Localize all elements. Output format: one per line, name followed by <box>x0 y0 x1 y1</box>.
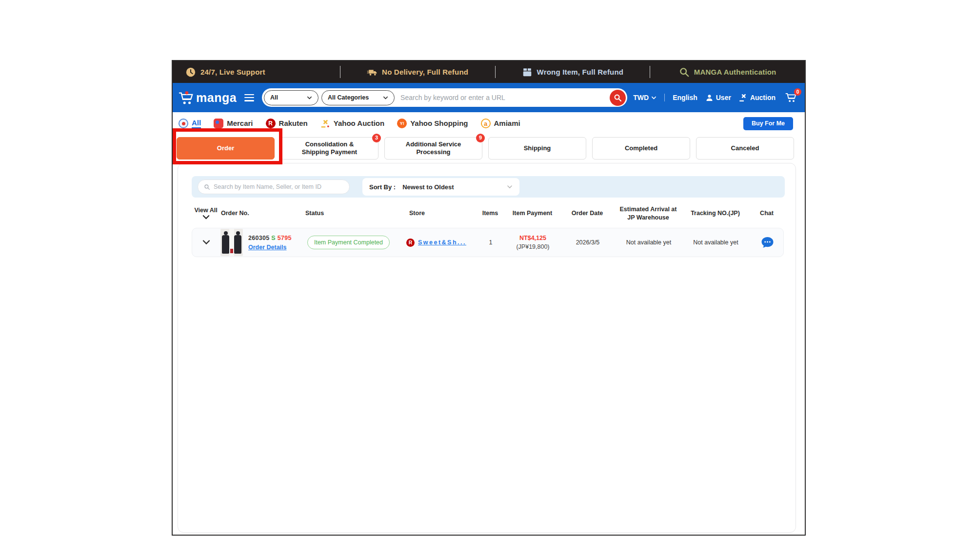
notification-badge: 9 <box>476 134 485 142</box>
chevron-down-icon <box>507 184 513 190</box>
view-all-label: View All <box>194 207 217 214</box>
column-header-chat: Chat <box>760 209 774 218</box>
tab-completed[interactable]: Completed <box>592 137 690 160</box>
marketplace-label: Yahoo Auction <box>334 119 384 128</box>
keyword-search-input[interactable] <box>395 94 610 101</box>
order-status-badge: Item Payment Completed <box>307 236 390 249</box>
estimated-arrival: Not available yet <box>615 239 683 246</box>
tab-label: Canceled <box>731 144 759 152</box>
promo-authentication: MANGA Authentication <box>650 61 805 83</box>
marketplace-tab-mercari[interactable]: Mercari <box>214 119 253 128</box>
sort-value: Newest to Oldest <box>402 183 500 191</box>
chevron-down-icon <box>383 95 388 100</box>
language-select[interactable]: English <box>673 94 697 101</box>
order-details-link[interactable]: Order Details <box>248 244 292 251</box>
order-no-tail: 5795 <box>278 235 292 241</box>
order-items-count: 1 <box>477 239 505 246</box>
cart-button[interactable]: 0 <box>785 92 797 104</box>
promo-live-support: 24/7, Live Support <box>173 61 340 83</box>
marketplace-tab-yahoo-auction[interactable]: Yahoo Auction <box>320 119 384 128</box>
category-value: All Categories <box>328 94 369 101</box>
buy-for-me-button[interactable]: Buy For Me <box>743 117 793 130</box>
order-date: 2026/3/5 <box>561 239 615 246</box>
yahoo-auction-icon <box>320 119 330 128</box>
manga-logo[interactable]: manga <box>179 90 237 105</box>
marketplace-tab-yahoo-shopping[interactable]: Y! Yahoo Shopping <box>397 119 468 128</box>
marketplace-label: Yahoo Shopping <box>410 119 468 128</box>
magnifier-icon <box>679 67 690 78</box>
order-no-main: 260305 <box>248 235 270 241</box>
user-menu[interactable]: User <box>705 94 731 102</box>
package-icon <box>522 67 533 78</box>
chevron-down-icon <box>307 95 312 100</box>
orders-table-header: View All Order No. Status Store Items It… <box>192 202 784 225</box>
search-icon <box>614 94 622 102</box>
column-header-items: Items <box>482 209 498 218</box>
store-link[interactable]: Sweet&Sh... <box>418 239 466 246</box>
all-marketplaces-icon <box>179 119 188 128</box>
main-header: manga All All Categories TWD <box>173 83 805 112</box>
annotation-highlight-order-tab <box>173 128 282 164</box>
marketplace-label: Rakuten <box>279 119 308 128</box>
promo-wrong-item: Wrong Item, Full Refund <box>496 61 650 83</box>
payment-twd: NT$4,125 <box>519 235 546 241</box>
promo-label: 24/7, Live Support <box>200 68 265 76</box>
notification-badge: 3 <box>372 134 381 142</box>
truck-icon <box>367 67 378 78</box>
product-image[interactable] <box>220 229 243 256</box>
chevron-down-icon <box>651 95 657 100</box>
expand-row-chevron-icon[interactable] <box>202 239 210 246</box>
search-bar: All All Categories <box>262 88 627 107</box>
promo-no-delivery: No Delivery, Full Refund <box>340 61 495 83</box>
header-divider <box>664 94 665 101</box>
orders-panel: Sort By : Newest to Oldest View All Orde… <box>178 163 796 533</box>
marketplace-label: Amiami <box>494 119 520 128</box>
currency-value: TWD <box>633 94 649 101</box>
column-header-item-payment: Item Payment <box>513 209 552 218</box>
column-header-tracking: Tracking NO.(JP) <box>691 209 740 218</box>
menu-icon[interactable] <box>244 94 254 101</box>
search-scope-select[interactable]: All <box>264 90 318 105</box>
sort-by-select[interactable]: Sort By : Newest to Oldest <box>362 178 519 196</box>
column-header-order-date: Order Date <box>572 209 603 218</box>
promo-topbar: 24/7, Live Support No Delivery, Full Ref… <box>173 61 805 83</box>
column-header-status: Status <box>300 209 324 218</box>
language-value: English <box>673 94 697 101</box>
marketplace-tab-all[interactable]: All <box>179 119 201 128</box>
item-search-box <box>198 180 350 194</box>
marketplace-label: All <box>192 119 201 128</box>
promo-label: No Delivery, Full Refund <box>382 68 468 76</box>
marketplace-tab-rakuten[interactable]: R Rakuten <box>266 119 308 128</box>
category-select[interactable]: All Categories <box>321 90 395 105</box>
currency-select[interactable]: TWD <box>633 94 657 101</box>
logo-text: manga <box>196 91 237 105</box>
auction-menu[interactable]: Auction <box>739 93 776 102</box>
promo-label: Wrong Item, Full Refund <box>537 68 624 76</box>
cart-count-badge: 0 <box>794 88 801 96</box>
marketplace-tab-amiami[interactable]: a Amiami <box>481 119 520 128</box>
tab-consolidation-shipping-payment[interactable]: Consolidation & Shipping Payment 3 <box>280 137 378 160</box>
order-payment: NT$4,125 (JP¥19,800) <box>505 235 561 250</box>
expand-all-chevron-icon[interactable] <box>202 214 210 220</box>
cart-logo-icon <box>179 90 194 105</box>
marketplace-label: Mercari <box>227 119 253 128</box>
order-no-size: S <box>271 235 276 241</box>
item-search-input[interactable] <box>214 183 343 190</box>
search-button[interactable] <box>610 90 626 106</box>
column-header-order-no: Order No. <box>220 209 249 218</box>
amiami-icon: a <box>481 119 491 128</box>
gavel-icon <box>739 93 748 102</box>
search-icon <box>204 184 210 190</box>
user-icon <box>705 94 714 102</box>
rakuten-store-icon: R <box>406 239 415 247</box>
orders-filter-bar: Sort By : Newest to Oldest <box>192 176 785 198</box>
tab-canceled[interactable]: Canceled <box>696 137 794 160</box>
sort-label: Sort By : <box>369 183 396 191</box>
clock-icon <box>185 67 196 78</box>
scope-value: All <box>270 94 278 101</box>
yahoo-shopping-icon: Y! <box>397 119 407 128</box>
tab-additional-service-processing[interactable]: Additional Service Processing 9 <box>384 137 482 160</box>
chat-icon[interactable] <box>761 237 774 248</box>
tab-shipping[interactable]: Shipping <box>488 137 586 160</box>
tab-label: Additional Service Processing <box>389 140 478 157</box>
